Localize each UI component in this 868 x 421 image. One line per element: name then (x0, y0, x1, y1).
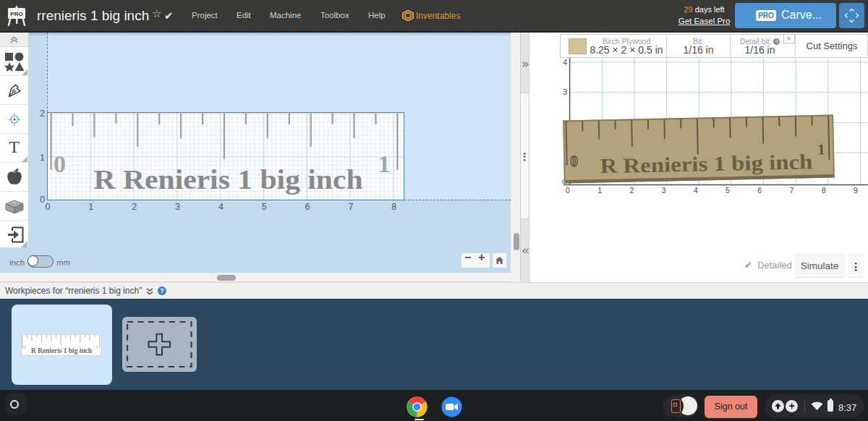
svg-text:R Renieris 1 big inch: R Renieris 1 big inch (31, 346, 93, 354)
svg-text:0: 0 (566, 186, 570, 195)
svg-text:3: 3 (662, 186, 666, 195)
svg-text:PRO: PRO (10, 11, 22, 17)
svg-text:4: 4 (563, 58, 567, 67)
svg-text:2: 2 (629, 186, 634, 195)
svg-text:0: 0 (570, 153, 578, 170)
svg-text:R Renieris 1 big inch: R Renieris 1 big inch (600, 150, 813, 177)
svg-text:R Renieris 1 big inch: R Renieris 1 big inch (94, 163, 363, 194)
svg-text:4: 4 (694, 186, 698, 195)
svg-text:1: 1 (597, 186, 602, 195)
svg-text:0: 0 (54, 150, 66, 177)
svg-text:1: 1 (96, 344, 99, 350)
svg-text:3: 3 (563, 88, 567, 96)
svg-text:1: 1 (817, 140, 825, 158)
svg-text:8: 8 (822, 186, 826, 195)
svg-text:1: 1 (378, 150, 391, 177)
svg-text:7: 7 (789, 186, 793, 195)
svg-text:6: 6 (757, 186, 762, 195)
svg-text:9: 9 (854, 186, 858, 195)
svg-text:0: 0 (23, 344, 26, 350)
svg-text:5: 5 (726, 186, 730, 195)
